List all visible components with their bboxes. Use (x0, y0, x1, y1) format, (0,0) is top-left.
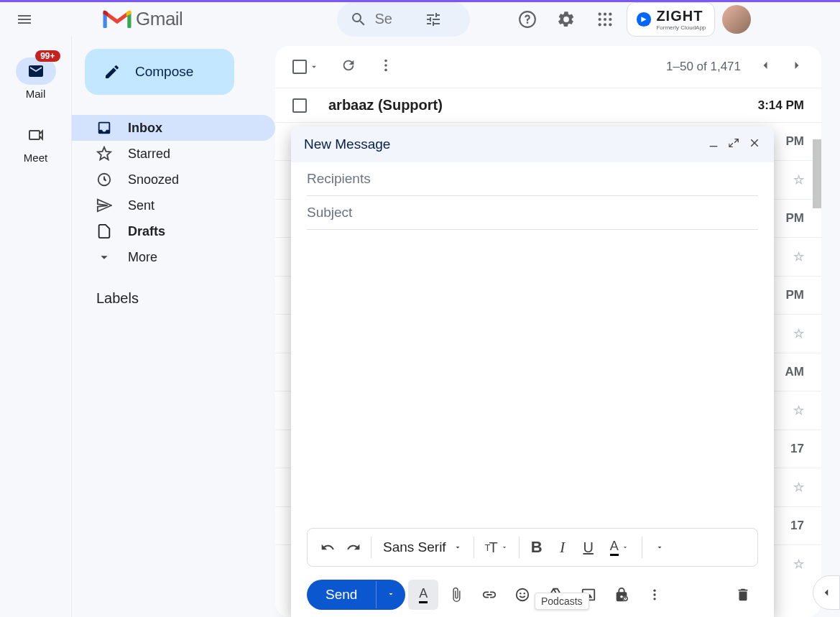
compose-button[interactable]: Compose (85, 49, 234, 95)
meet-icon (16, 121, 56, 149)
scrollbar[interactable] (813, 139, 821, 208)
compose-title: New Message (304, 136, 390, 152)
send-icon (96, 198, 112, 213)
zight-logo-icon (636, 11, 652, 27)
font-size-button[interactable]: TT (479, 534, 514, 560)
svg-point-10 (609, 23, 612, 26)
font-family-select[interactable]: Sans Serif (376, 539, 469, 555)
clock-icon (96, 172, 112, 187)
star-icon[interactable]: ☆ (793, 326, 804, 341)
star-icon[interactable]: ☆ (793, 480, 804, 495)
bold-button[interactable]: B (524, 534, 550, 560)
insert-emoji-button[interactable] (507, 580, 537, 610)
undo-button[interactable] (315, 534, 341, 560)
search-options-icon[interactable] (417, 11, 449, 28)
formatting-toggle-button[interactable]: A (408, 580, 438, 610)
svg-point-3 (604, 12, 606, 15)
mail-row[interactable]: arbaaz (Support) 3:14 PM (275, 88, 821, 122)
svg-point-6 (604, 17, 606, 20)
account-avatar[interactable] (722, 5, 751, 34)
zight-extension[interactable]: ZIGHT Formerly CloudApp (627, 2, 715, 37)
gmail-logo[interactable]: Gmail (103, 8, 183, 30)
nav-sent[interactable]: Sent (72, 192, 275, 218)
svg-point-2 (599, 12, 601, 15)
svg-point-9 (604, 23, 606, 26)
prev-page-button[interactable] (758, 58, 772, 76)
send-options-button[interactable] (376, 581, 405, 608)
compose-body[interactable] (291, 230, 774, 528)
discard-draft-button[interactable] (728, 580, 758, 610)
inbox-icon (96, 120, 112, 136)
svg-point-24 (654, 593, 656, 595)
row-checkbox[interactable] (292, 98, 307, 113)
nav-drafts[interactable]: Drafts (72, 218, 275, 244)
more-actions-button[interactable] (378, 57, 394, 76)
close-icon[interactable] (748, 136, 761, 152)
search-icon[interactable] (343, 11, 374, 28)
nav-more[interactable]: More (72, 244, 275, 270)
main-menu-button[interactable] (7, 2, 42, 37)
confidential-mode-button[interactable] (606, 580, 637, 610)
settings-icon[interactable] (552, 5, 581, 34)
svg-point-5 (599, 17, 601, 20)
svg-point-13 (384, 60, 387, 62)
refresh-button[interactable] (341, 57, 356, 76)
help-icon[interactable] (513, 5, 542, 34)
fullscreen-icon[interactable] (728, 137, 739, 152)
format-more-button[interactable] (647, 534, 673, 560)
compose-label: Compose (135, 64, 193, 80)
svg-point-25 (654, 598, 656, 600)
underline-button[interactable]: U (576, 534, 601, 560)
select-all-checkbox[interactable] (292, 60, 319, 74)
star-icon (96, 146, 112, 162)
chevron-down-icon (96, 249, 112, 265)
search-input[interactable] (374, 11, 417, 27)
recipients-field[interactable]: Recipients (307, 162, 758, 196)
zight-name: ZIGHT (656, 8, 706, 24)
svg-point-17 (517, 589, 529, 601)
compose-more-button[interactable] (640, 580, 670, 610)
search-bar[interactable] (337, 2, 470, 37)
svg-point-23 (654, 590, 656, 592)
nav-starred[interactable]: Starred (72, 141, 275, 167)
svg-point-4 (609, 12, 612, 15)
svg-point-18 (520, 593, 521, 594)
page-range: 1–50 of 1,471 (666, 60, 741, 74)
rail-meet[interactable]: Meet (16, 121, 56, 164)
star-icon[interactable]: ☆ (793, 172, 804, 187)
insert-link-button[interactable] (474, 580, 504, 610)
italic-button[interactable]: I (550, 534, 576, 560)
nav-inbox[interactable]: Inbox (72, 115, 275, 141)
star-icon[interactable]: ☆ (793, 249, 804, 264)
file-icon (96, 223, 112, 239)
svg-point-7 (609, 17, 612, 20)
subject-field[interactable]: Subject (307, 196, 758, 230)
svg-point-19 (524, 593, 525, 594)
mail-time: 3:14 PM (758, 98, 804, 113)
redo-button[interactable] (341, 534, 366, 560)
svg-rect-16 (710, 146, 718, 147)
tooltip: Podcasts (535, 593, 589, 610)
svg-point-15 (384, 69, 387, 72)
labels-header: Labels (72, 270, 275, 307)
next-page-button[interactable] (790, 58, 804, 76)
compose-window: New Message Recipients Subject Sans Seri… (291, 126, 774, 617)
svg-point-14 (384, 64, 387, 67)
attach-file-button[interactable] (441, 580, 471, 610)
rail-mail[interactable]: 99+ Mail (16, 57, 56, 100)
chevron-down-icon[interactable] (309, 62, 319, 72)
star-icon[interactable]: ☆ (793, 557, 804, 572)
apps-icon[interactable] (591, 5, 619, 34)
svg-point-8 (599, 23, 601, 26)
zight-sub: Formerly CloudApp (656, 24, 706, 31)
minimize-icon[interactable] (708, 137, 719, 152)
text-color-button[interactable]: A (601, 534, 637, 560)
send-button[interactable]: Send (307, 580, 376, 610)
nav-snoozed[interactable]: Snoozed (72, 167, 275, 192)
mail-badge: 99+ (35, 50, 60, 62)
star-icon[interactable]: ☆ (793, 403, 804, 418)
pencil-icon (103, 63, 121, 80)
gmail-wordmark: Gmail (136, 8, 183, 30)
mail-icon: 99+ (16, 57, 56, 85)
mail-sender: arbaaz (Support) (328, 97, 737, 113)
